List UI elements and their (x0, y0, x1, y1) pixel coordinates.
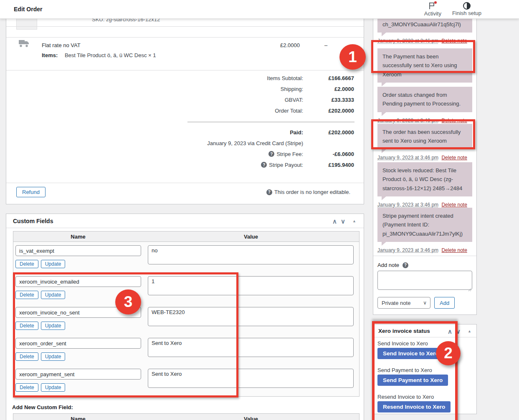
help-icon[interactable]: ? (268, 151, 274, 157)
note-timestamp[interactable]: January 9, 2023 at 3:46 pm (377, 202, 438, 208)
total-label: Order Total: (275, 108, 303, 114)
field-buttons: Delete Update (15, 383, 143, 392)
delete-button[interactable]: Delete (15, 352, 38, 361)
field-buttons: Delete Update (15, 352, 143, 361)
finish-setup-label: Finish setup (452, 10, 481, 16)
note-meta: January 9, 2023 at 3:46 pm Delete note (377, 118, 472, 123)
delete-button[interactable]: Delete (15, 260, 38, 268)
move-down-icon[interactable]: ∨ (341, 218, 345, 224)
field-name-input[interactable] (15, 245, 141, 256)
add-note-textarea[interactable] (377, 271, 472, 290)
custom-field-row: Delete Update no (13, 242, 359, 273)
value-column-header: Value (143, 416, 359, 420)
send-payment-label: Send Payment to Xero (377, 367, 432, 373)
page-title: Edit Order (14, 6, 42, 13)
shipping-method-name: Flat rate no VAT (42, 42, 81, 48)
paid-divider (187, 122, 354, 122)
update-button[interactable]: Update (41, 383, 66, 392)
field-name-input[interactable] (15, 338, 141, 349)
stripe-fee-value: -£6.0600 (303, 151, 354, 157)
custom-field-row: Delete Update Sent to Xero (13, 365, 359, 396)
add-note-text: Add note (377, 262, 399, 268)
row-divider (6, 26, 364, 27)
note-timestamp[interactable]: January 9, 2023 at 3:46 pm (377, 118, 438, 123)
note-timestamp[interactable]: January 9, 2023 at 3:46 pm (377, 155, 438, 161)
paid-date-line: January 9, 2023 via Credit Card (Stripe) (137, 138, 354, 148)
panel-controls: ∧ ∨ ▲ (332, 218, 356, 224)
help-icon[interactable]: ? (266, 189, 272, 195)
add-note-controls: Private note ∨ Add (377, 297, 455, 309)
chevron-down-icon: ∨ (423, 300, 427, 306)
note-text: The Payment has been successfully sent t… (377, 48, 472, 83)
update-button[interactable]: Update (41, 260, 66, 268)
send-invoice-to-xero-button[interactable]: Send Invoice to Xero (377, 348, 444, 359)
update-button[interactable]: Update (41, 291, 66, 299)
delete-note-link[interactable]: Delete note (441, 247, 467, 253)
add-note-button[interactable]: Add (434, 297, 455, 309)
finish-setup-button[interactable]: Finish setup (452, 2, 481, 17)
delete-button[interactable]: Delete (15, 322, 38, 330)
help-icon[interactable]: ? (403, 262, 408, 268)
update-button[interactable]: Update (41, 352, 66, 361)
order-totals: Items Subtotal: £166.6667 Shipping: £2.0… (137, 73, 354, 116)
help-icon[interactable]: ? (261, 162, 267, 168)
resend-invoice-to-xero-button[interactable]: Resend Invoice to Xero (377, 401, 451, 412)
field-value-textarea[interactable]: Sent to Xero (148, 338, 354, 357)
note-type-select[interactable]: Private note ∨ (377, 297, 430, 309)
section-divider (6, 37, 364, 38)
name-column-header: Name (13, 234, 143, 240)
field-name-input[interactable] (15, 307, 141, 318)
note-text: The order has been successfully sent to … (377, 124, 472, 149)
field-value-textarea[interactable]: no (148, 245, 354, 264)
custom-field-row: Delete Update 1 (13, 273, 359, 304)
send-payment-to-xero-button[interactable]: Send Payment to Xero (377, 375, 448, 386)
total-line: Items Subtotal: £166.6667 (137, 73, 354, 83)
total-label: GBVAT: (285, 97, 303, 103)
field-name-input[interactable] (15, 369, 141, 380)
toggle-panel-icon[interactable]: ▲ (468, 329, 471, 333)
total-label: Items Subtotal: (267, 75, 303, 81)
delete-button[interactable]: Delete (15, 383, 38, 392)
send-invoice-label: Send Invoice to Xero (377, 340, 428, 347)
total-line: Order Total: £202.0000 (137, 105, 354, 116)
note-timestamp[interactable]: January 9, 2023 at 3:46 pm (377, 247, 438, 253)
field-name-cell: Delete Update (13, 245, 143, 273)
activity-button[interactable]: Activity (424, 2, 441, 17)
field-value-textarea[interactable]: 1 (148, 276, 354, 295)
name-column-header: Name (13, 416, 143, 420)
stripe-payout-line: ? Stripe Payout: £195.9400 (137, 159, 354, 170)
note-text: Stripe payment intent created (Payment I… (377, 208, 472, 242)
field-value-cell: WEB-TE2320 (143, 307, 359, 334)
custom-fields-panel: Custom Fields ∧ ∨ ▲ Name Value Delete Up… (6, 214, 364, 420)
table-header: Name Value (13, 231, 359, 242)
refund-button[interactable]: Refund (16, 187, 46, 197)
move-up-icon[interactable]: ∧ (332, 218, 337, 224)
delete-note-link[interactable]: Delete note (441, 38, 467, 44)
delete-button[interactable]: Delete (15, 291, 38, 299)
field-name-input[interactable] (15, 276, 141, 287)
total-value: £2.0000 (303, 86, 354, 92)
toggle-panel-icon[interactable]: ▲ (352, 219, 356, 223)
note-type-value: Private note (382, 300, 410, 306)
shipping-truck-icon (19, 40, 30, 49)
edit-order-page: SKU: zg-starcross-16-12x12 Flat rate no … (0, 0, 519, 420)
delete-note-link[interactable]: Delete note (441, 118, 467, 123)
shipping-refund-dash: – (324, 42, 327, 48)
stripe-fee-label: Stripe Fee: (276, 151, 303, 157)
field-value-textarea[interactable]: WEB-TE2320 (148, 307, 354, 326)
paid-label: Paid: (290, 129, 303, 136)
activity-label: Activity (424, 10, 441, 17)
delete-note-link[interactable]: Delete note (441, 202, 467, 208)
field-name-cell: Delete Update (13, 307, 143, 334)
move-down-icon[interactable]: ∨ (456, 328, 461, 334)
items-label: Items: (42, 52, 58, 58)
note-timestamp[interactable]: January 9, 2023 at 3:46 pm (377, 38, 438, 44)
add-new-field-table-header: Name Value (13, 413, 360, 420)
field-value-textarea[interactable]: Sent to Xero (148, 369, 354, 388)
update-button[interactable]: Update (41, 322, 66, 330)
activity-flag-icon (428, 2, 437, 10)
stripe-fee-line: ? Stripe Fee: -£6.0600 (137, 148, 354, 159)
move-up-icon[interactable]: ∧ (448, 328, 452, 334)
order-note: Stripe payment intent created (Payment I… (377, 208, 472, 253)
delete-note-link[interactable]: Delete note (441, 155, 467, 161)
